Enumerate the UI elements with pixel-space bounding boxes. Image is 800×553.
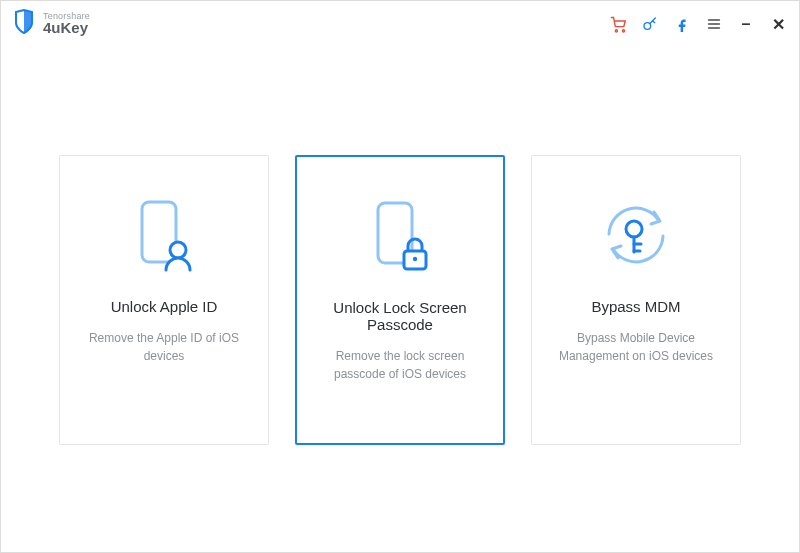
svg-point-10 bbox=[413, 256, 417, 260]
app-window: Tenorshare 4uKey – ✕ bbox=[0, 0, 800, 553]
card-unlock-lock-screen[interactable]: Unlock Lock Screen Passcode Remove the l… bbox=[295, 155, 505, 445]
card-bypass-mdm[interactable]: Bypass MDM Bypass Mobile Device Manageme… bbox=[531, 155, 741, 445]
cart-icon[interactable] bbox=[609, 15, 627, 33]
card-title: Unlock Apple ID bbox=[111, 298, 218, 315]
card-unlock-apple-id[interactable]: Unlock Apple ID Remove the Apple ID of i… bbox=[59, 155, 269, 445]
svg-point-1 bbox=[622, 29, 624, 31]
card-title: Bypass MDM bbox=[591, 298, 680, 315]
card-title: Unlock Lock Screen Passcode bbox=[313, 299, 487, 333]
brand-product: 4uKey bbox=[43, 20, 90, 36]
phone-user-icon bbox=[126, 190, 202, 280]
svg-point-7 bbox=[170, 242, 186, 258]
titlebar: Tenorshare 4uKey – ✕ bbox=[1, 1, 799, 47]
main-content: Unlock Apple ID Remove the Apple ID of i… bbox=[1, 47, 799, 552]
svg-point-0 bbox=[615, 29, 617, 31]
facebook-icon[interactable] bbox=[673, 15, 691, 33]
close-button[interactable]: ✕ bbox=[769, 15, 787, 33]
brand: Tenorshare 4uKey bbox=[13, 9, 90, 39]
sync-key-icon bbox=[596, 190, 676, 280]
brand-logo-icon bbox=[13, 9, 35, 39]
card-desc: Bypass Mobile Device Management on iOS d… bbox=[548, 329, 724, 365]
phone-lock-icon bbox=[362, 191, 438, 281]
svg-point-11 bbox=[626, 221, 642, 237]
card-desc: Remove the Apple ID of iOS devices bbox=[76, 329, 252, 365]
menu-icon[interactable] bbox=[705, 15, 723, 33]
card-desc: Remove the lock screen passcode of iOS d… bbox=[313, 347, 487, 383]
window-toolbar: – ✕ bbox=[609, 15, 787, 33]
key-icon[interactable] bbox=[641, 15, 659, 33]
minimize-button[interactable]: – bbox=[737, 15, 755, 33]
